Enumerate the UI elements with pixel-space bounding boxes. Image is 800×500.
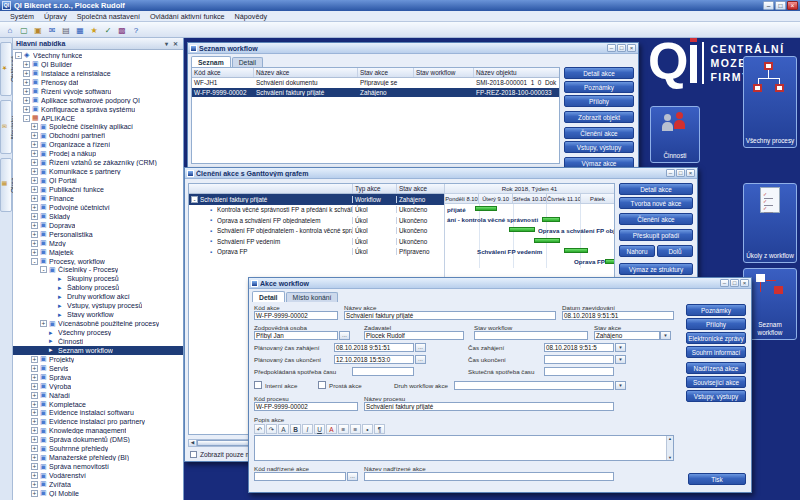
menu-item[interactable]: Ovládání aktivní funkce <box>145 12 230 21</box>
menu-item[interactable]: Nápovědy <box>230 12 272 21</box>
window-control-icon[interactable]: – <box>763 1 774 10</box>
tree-item[interactable]: +Majetek <box>13 248 183 257</box>
move-up-button[interactable]: Nahoru <box>619 245 655 257</box>
toolbar-icon[interactable]: ▢ <box>18 24 30 36</box>
window-titlebar[interactable]: Akce workflow –□× <box>249 278 751 289</box>
action-button[interactable]: Související akce <box>686 376 746 388</box>
tree-item[interactable]: -Procesy, workflow <box>13 257 183 266</box>
dropdown-icon[interactable] <box>615 343 626 352</box>
vertical-scrollbar[interactable]: ▲▼ <box>666 436 673 460</box>
dock-tab[interactable]: ✉Novinky <box>0 100 12 154</box>
tree-item[interactable]: +Kompletace <box>13 400 183 409</box>
table-row[interactable]: WF-JH1Schválení dokumentuPřipravuje seSM… <box>192 78 559 88</box>
tree-item[interactable]: +Vodárenství <box>13 471 183 480</box>
column-header[interactable]: Stav workflow <box>414 68 474 77</box>
tree-item[interactable]: +Evidence instalací softwaru <box>13 409 183 418</box>
tree-item[interactable]: +Projekty <box>13 355 183 364</box>
tree-expander-icon[interactable]: + <box>31 132 38 139</box>
tree-item[interactable]: +Správa nemovitostí <box>13 462 183 471</box>
toolbar-icon[interactable]: ▦ <box>74 24 86 36</box>
tree-item[interactable]: +Komunikace s partnery <box>13 167 183 176</box>
richtext-toolbar-icon[interactable]: ↷ <box>266 424 277 434</box>
column-header[interactable]: Stav akce <box>396 184 444 193</box>
tree-item[interactable]: +Instalace a reinstalace <box>13 69 183 78</box>
move-down-button[interactable]: Dolů <box>657 245 693 257</box>
planovany-cas-zahajeni-field[interactable]: 08.10.2018 9:51:51 <box>334 343 414 352</box>
window-control-icon[interactable]: × <box>787 1 798 10</box>
ellipsis-button[interactable] <box>339 331 350 340</box>
window-control-icon[interactable]: × <box>627 44 636 52</box>
tree-item[interactable]: +Přenosy dat <box>13 78 183 87</box>
tree-expander-icon[interactable]: + <box>31 249 38 256</box>
toolbar-icon[interactable]: ? <box>130 24 142 36</box>
tree-item[interactable]: +Řízení vývoje softwaru <box>13 87 183 96</box>
tree-expander-icon[interactable]: + <box>31 383 38 390</box>
tree-expander-icon[interactable]: + <box>31 168 38 175</box>
tree-item[interactable]: Šablony procesů <box>13 283 183 292</box>
pin-icon[interactable]: ▾ <box>162 40 171 47</box>
tree-expander-icon[interactable]: + <box>31 427 38 434</box>
tree-expander-icon[interactable]: + <box>31 374 38 381</box>
window-control-icon[interactable]: – <box>607 44 616 52</box>
cas-zahajeni-field[interactable]: 08.10.2018 9:51:5 <box>544 343 614 352</box>
richtext-toolbar-icon[interactable]: A <box>326 424 337 434</box>
tree-item[interactable]: +Publikační funkce <box>13 185 183 194</box>
tree-item[interactable]: +Zvířata <box>13 480 183 489</box>
window-control-icon[interactable]: □ <box>676 169 685 177</box>
ellipsis-button[interactable] <box>415 355 426 364</box>
column-header[interactable]: Stav akce <box>358 68 414 77</box>
tab-misto-konani[interactable]: Místo konání <box>286 292 339 302</box>
tree-expander-icon[interactable]: + <box>31 123 38 130</box>
tree-item[interactable]: +Aplikace softwarové podpory QI <box>13 96 183 105</box>
tab-detail[interactable]: Detail <box>252 291 285 302</box>
tree-expander-icon[interactable]: - <box>191 196 198 203</box>
window-control-icon[interactable]: □ <box>730 279 739 287</box>
menu-item[interactable]: Systém <box>5 12 39 21</box>
dock-tab[interactable]: ★Oblíbené <box>0 42 12 96</box>
tree-expander-icon[interactable]: + <box>31 159 38 166</box>
table-row[interactable]: W-FP-9999-00002Schválení faktury přijaté… <box>192 88 559 98</box>
druh-workflow-akce-field[interactable] <box>454 381 614 390</box>
tree-expander-icon[interactable]: + <box>31 409 38 416</box>
kod-procesu-field[interactable]: W-FP-9999-00002 <box>254 402 358 411</box>
dropdown-icon[interactable] <box>660 331 671 340</box>
tree-expander-icon[interactable]: + <box>31 150 38 157</box>
tree-item[interactable]: +Mzdy <box>13 239 183 248</box>
tree-item[interactable]: +Společné číselníky aplikací <box>13 123 183 132</box>
action-button[interactable]: Členění akce <box>564 127 634 139</box>
toolbar-icon[interactable]: ★ <box>88 24 100 36</box>
tree-item[interactable]: +Doprava <box>13 221 183 230</box>
window-control-icon[interactable]: × <box>740 279 749 287</box>
tree-expander-icon[interactable]: + <box>31 436 38 443</box>
tree-item[interactable]: +Prodej a nákup <box>13 149 183 158</box>
scroll-down-icon[interactable]: ▼ <box>667 455 673 460</box>
tree-item[interactable]: Všechny procesy <box>13 328 183 337</box>
tree-item[interactable]: +Správa <box>13 373 183 382</box>
window-control-icon[interactable]: □ <box>617 44 626 52</box>
tree-expander-icon[interactable]: + <box>31 195 38 202</box>
action-button[interactable]: Zobrazit objekt <box>564 111 634 123</box>
structure-row[interactable]: Oprava a schválení FP objednatelemÚkolUk… <box>189 215 444 226</box>
column-header[interactable]: Typ akce <box>352 184 396 193</box>
nazev-procesu-field[interactable]: Schválení faktury přijaté <box>364 402 614 411</box>
toolbar-icon[interactable]: ▣ <box>32 24 44 36</box>
toolbar-icon[interactable]: ▩ <box>116 24 128 36</box>
tree-item[interactable]: -Všechny funkce <box>13 51 183 60</box>
menu-item[interactable]: Úpravy <box>39 12 72 21</box>
tree-item[interactable]: +Obchodní partneři <box>13 131 183 140</box>
action-button[interactable]: Elektronické zprávy <box>686 332 746 344</box>
action-button[interactable]: Poznámky <box>686 304 746 316</box>
close-icon[interactable]: ✕ <box>171 40 180 47</box>
tree-expander-icon[interactable]: + <box>31 472 38 479</box>
tree-expander-icon[interactable]: + <box>31 481 38 488</box>
tree-expander-icon[interactable]: + <box>31 490 38 497</box>
tree-item[interactable]: +Podvojné účetnictví <box>13 203 183 212</box>
tree-item[interactable]: +Personalistika <box>13 230 183 239</box>
tab-detail[interactable]: Detail <box>232 57 263 67</box>
structure-row[interactable]: Oprava FPÚkolPřipraveno <box>189 247 444 258</box>
structure-row[interactable]: -Schválení faktury přijatéWorkflowZaháje… <box>189 194 444 205</box>
richtext-toolbar-icon[interactable]: B <box>290 424 301 434</box>
tree-expander-icon[interactable]: + <box>40 320 47 327</box>
interni-akce-checkbox[interactable] <box>254 381 262 389</box>
action-button[interactable]: Nadřízená akce <box>686 362 746 374</box>
